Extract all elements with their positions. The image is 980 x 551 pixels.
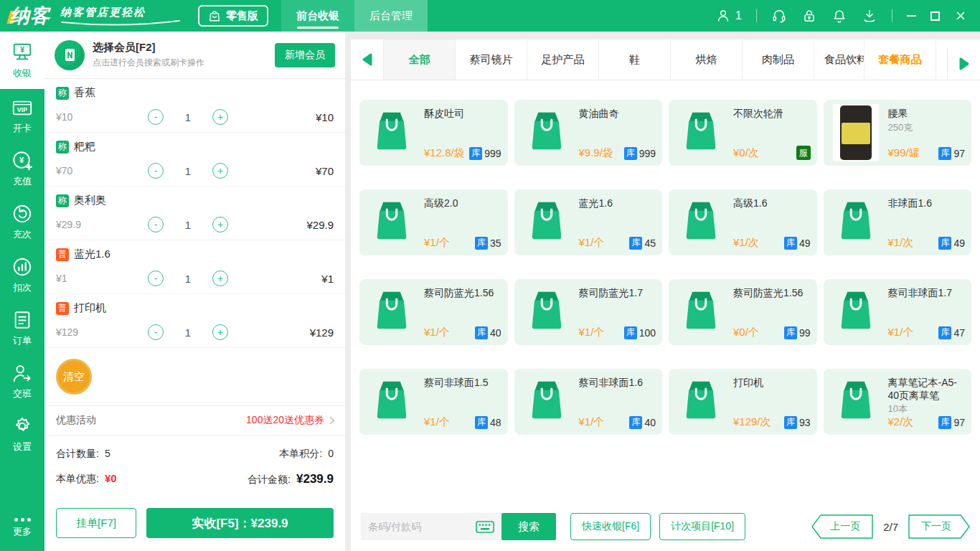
next-page-button[interactable]: 下一页 bbox=[908, 514, 970, 539]
product-price-row: ¥0/次 服 bbox=[733, 146, 811, 161]
sidebar-item-open-card[interactable]: VIP 开卡 bbox=[0, 89, 44, 142]
product-card[interactable]: 酥皮吐司 ¥12.8/袋 库 999 bbox=[359, 100, 508, 166]
increase-qty-button[interactable] bbox=[212, 163, 228, 179]
bell-icon[interactable] bbox=[831, 8, 847, 24]
product-card[interactable]: 黄油曲奇 ¥9.9/袋 库 999 bbox=[514, 100, 663, 166]
count-item-button[interactable]: 计次项目[F10] bbox=[659, 513, 745, 540]
product-spec: 250克 bbox=[888, 121, 966, 134]
orders-clipboard-icon bbox=[11, 309, 33, 331]
product-card[interactable]: 不限次轮滑 ¥0/次 服 bbox=[669, 100, 817, 166]
product-price-row: ¥129/次 库 93 bbox=[733, 415, 811, 430]
decrease-qty-button[interactable] bbox=[148, 109, 164, 125]
keyboard-icon[interactable] bbox=[476, 521, 494, 533]
product-card[interactable]: 蔡司防蓝光1.7 ¥1/个 库 100 bbox=[514, 279, 663, 345]
product-card[interactable]: 蔡司非球面1.6 ¥1/个 库 40 bbox=[514, 369, 663, 435]
product-media bbox=[669, 110, 733, 155]
product-name: 蔡司防蓝光1.7 bbox=[579, 286, 656, 299]
product-card[interactable]: 腰果 250克 ¥99/罐 库 97 bbox=[824, 100, 972, 166]
window-minimize-button[interactable] bbox=[907, 15, 916, 17]
sidebar-item-shift-change[interactable]: 交班 bbox=[0, 354, 44, 408]
logo-text: 纳客 bbox=[10, 3, 50, 29]
edition-badge-button[interactable]: 零售版 bbox=[198, 5, 268, 27]
checkout-button[interactable]: 实收[F5]：¥239.9 bbox=[146, 508, 334, 538]
clear-cart-button[interactable]: 清空 bbox=[56, 359, 92, 395]
category-tab[interactable]: 食品饮料 bbox=[814, 39, 864, 80]
add-member-button[interactable]: 新增会员 bbox=[275, 43, 335, 67]
cart-item-row[interactable]: 称 香蕉 ¥10 1 ¥10 bbox=[44, 79, 345, 133]
promo-row[interactable]: 优惠活动 100送20送优惠券 bbox=[44, 405, 345, 435]
product-card[interactable]: 高级1.6 ¥1/次 库 49 bbox=[669, 189, 817, 255]
product-bag-icon bbox=[837, 290, 875, 334]
increase-qty-button[interactable] bbox=[212, 109, 228, 125]
sidebar-label: 更多 bbox=[13, 525, 32, 538]
decrease-qty-button[interactable] bbox=[148, 270, 164, 286]
category-tab[interactable]: 足护产品 bbox=[527, 39, 599, 80]
prev-page-button[interactable]: 上一页 bbox=[811, 514, 873, 539]
item-type-badge: 称 bbox=[56, 194, 69, 207]
item-line-total: ¥70 bbox=[316, 165, 334, 177]
product-name: 酥皮吐司 bbox=[424, 107, 501, 120]
product-card[interactable]: 非球面1.6 ¥1/次 库 49 bbox=[824, 189, 972, 255]
category-tab[interactable]: 肉制品 bbox=[743, 39, 814, 80]
window-maximize-button[interactable] bbox=[930, 11, 940, 21]
category-tab[interactable]: 鞋 bbox=[599, 39, 671, 80]
category-next-arrow[interactable] bbox=[947, 47, 980, 80]
window-close-button[interactable] bbox=[954, 9, 967, 22]
sidebar-item-cashier[interactable]: ¥ 收银 bbox=[0, 32, 44, 89]
cart-item-row[interactable]: 称 奥利奥 ¥29.9 1 ¥29.9 bbox=[44, 187, 345, 240]
select-member-area[interactable]: 选择会员[F2] 点击进行会员搜索或刷卡操作 bbox=[93, 41, 204, 69]
sidebar-item-recharge-times[interactable]: 充次 bbox=[0, 195, 44, 248]
tab-backend-manage[interactable]: 后台管理 bbox=[354, 0, 428, 32]
product-info: 酥皮吐司 ¥12.8/袋 库 999 bbox=[424, 104, 501, 161]
product-card[interactable]: 蔡司防蓝光1.56 ¥1/个 库 40 bbox=[359, 279, 508, 345]
tab-front-cashier[interactable]: 前台收银 bbox=[281, 0, 354, 32]
stock-count: 49 bbox=[953, 237, 965, 249]
bottom-toolbar: 搜索 快速收银[F6] 计次项目[F10] 上一页 2/7 下一页 bbox=[351, 508, 980, 551]
product-price-row: ¥1/个 库 40 bbox=[579, 415, 656, 430]
category-tab[interactable]: 套餐商品 bbox=[864, 39, 936, 80]
total-amount-value: ¥239.9 bbox=[296, 472, 334, 486]
support-headset-icon[interactable] bbox=[771, 8, 787, 24]
category-tab[interactable]: 蔡司镜片 bbox=[456, 39, 527, 80]
product-card[interactable]: 蔡司防蓝光1.56 ¥0/个 库 99 bbox=[669, 279, 817, 345]
decrease-qty-button[interactable] bbox=[148, 163, 164, 179]
online-users[interactable]: 1 bbox=[715, 8, 742, 24]
sidebar-item-recharge[interactable]: ¥ 充值 bbox=[0, 142, 44, 195]
member-card-icon[interactable] bbox=[55, 40, 85, 70]
cart-item-row[interactable]: 称 粑粑 ¥70 1 ¥70 bbox=[44, 133, 345, 187]
product-price: ¥0/个 bbox=[733, 326, 759, 339]
sidebar-item-settings[interactable]: 设置 bbox=[0, 408, 44, 461]
sidebar-item-orders[interactable]: 订单 bbox=[0, 301, 44, 354]
category-tab[interactable]: 全部 bbox=[384, 39, 456, 80]
product-card[interactable]: 蔡司非球面1.5 ¥1/个 库 48 bbox=[359, 369, 508, 435]
product-card[interactable]: 高级2.0 ¥1/个 库 35 bbox=[359, 189, 508, 255]
cart-item-row[interactable]: 普 蓝光1.6 ¥1 1 ¥1 bbox=[44, 240, 345, 294]
download-icon[interactable] bbox=[862, 8, 877, 24]
lock-icon[interactable] bbox=[801, 8, 817, 24]
increase-qty-button[interactable] bbox=[212, 270, 228, 286]
stock-count: 100 bbox=[639, 327, 656, 339]
stock-badge: 库 bbox=[469, 147, 482, 160]
order-summary: 合计数量: 5 本单积分: 0 本单优惠: ¥0 合计金额: ¥ bbox=[44, 435, 345, 494]
sidebar-item-deduct-times[interactable]: 扣次 bbox=[0, 248, 44, 301]
category-prev-arrow[interactable] bbox=[351, 39, 384, 80]
product-card[interactable]: 离草笔记本-A5-40页离草笔 10本 ¥2/次 库 97 bbox=[824, 369, 972, 435]
cart-item-row[interactable]: 普 打印机 ¥129 1 ¥129 bbox=[44, 294, 345, 348]
stock-count: 999 bbox=[484, 148, 501, 159]
decrease-qty-button[interactable] bbox=[148, 324, 164, 340]
hold-order-button[interactable]: 挂单[F7] bbox=[56, 508, 136, 538]
product-card[interactable]: 蔡司非球面1.7 ¥1/个 库 47 bbox=[824, 279, 972, 345]
more-dots-icon bbox=[14, 518, 31, 522]
search-button[interactable]: 搜索 bbox=[501, 513, 556, 540]
sidebar-item-more[interactable]: 更多 bbox=[0, 505, 44, 551]
product-card[interactable]: 打印机 ¥129/次 库 93 bbox=[669, 369, 817, 435]
product-card[interactable]: 蓝光1.6 ¥1/个 库 45 bbox=[514, 189, 663, 255]
pagination: 上一页 2/7 下一页 bbox=[811, 514, 970, 539]
decrease-qty-button[interactable] bbox=[148, 217, 164, 232]
increase-qty-button[interactable] bbox=[212, 324, 228, 340]
barcode-search-input[interactable] bbox=[368, 521, 476, 532]
select-member-title: 选择会员[F2] bbox=[93, 41, 204, 55]
category-tab[interactable]: 烘焙 bbox=[671, 39, 743, 80]
quick-cashier-button[interactable]: 快速收银[F6] bbox=[570, 513, 651, 540]
increase-qty-button[interactable] bbox=[212, 217, 228, 232]
